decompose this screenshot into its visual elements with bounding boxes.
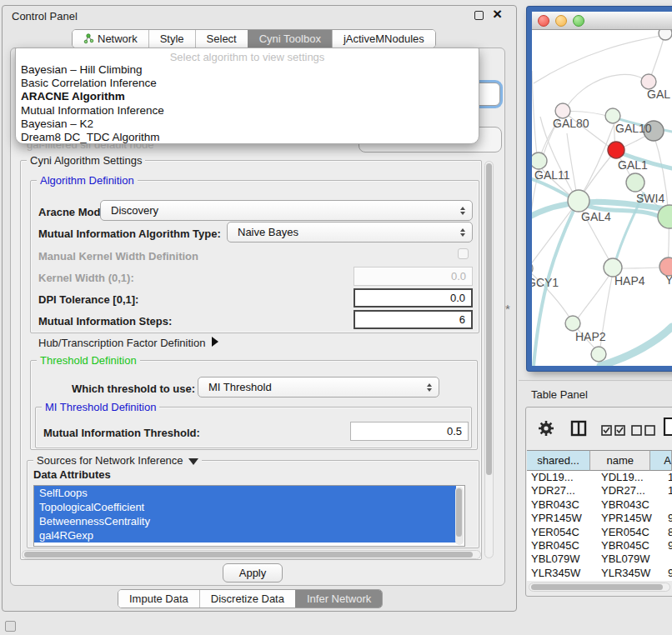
network-icon <box>83 33 94 44</box>
node-swi4[interactable] <box>626 173 644 192</box>
list-item[interactable]: BetweennessCentrality <box>34 514 456 528</box>
table-body[interactable]: YDL19...YDL19...13 YDR27...YDR27...12 YB… <box>527 471 672 581</box>
minimize-traffic-light-icon[interactable] <box>555 15 567 27</box>
desktop: Control Panel × Network Style Select Cyn… <box>0 0 672 635</box>
node-gal1[interactable] <box>608 142 624 158</box>
table-row[interactable]: YER054CYER054C8. <box>527 526 672 539</box>
split-columns-icon[interactable] <box>570 420 587 440</box>
network-graph: GAL80 GAL10 GAL1 GAL11 SWI4 GAL4 GCY1 HA… <box>532 30 672 366</box>
network-window-titlebar[interactable] <box>532 12 672 30</box>
table-horizontal-scrollbar[interactable] <box>529 582 670 592</box>
dropdown-item-dream8[interactable]: Dream8 DC_TDC Algorithm <box>16 131 479 144</box>
table-row[interactable]: YDL19...YDL19...13 <box>527 471 672 484</box>
mi-type-label: Mutual Information Algorithm Type: <box>38 228 221 240</box>
gear-icon[interactable] <box>537 419 555 441</box>
list-item[interactable]: TopologicalCoefficient <box>34 500 456 514</box>
settings-vertical-scrollbar[interactable] <box>484 161 494 558</box>
combo-arrows-icon <box>460 207 465 215</box>
tab-style[interactable]: Style <box>148 30 195 48</box>
mi-steps-field[interactable]: 6 <box>354 310 473 329</box>
tab-discretize-data[interactable]: Discretize Data <box>199 590 295 608</box>
dropdown-item-bayesian-k2[interactable]: Bayesian – K2 <box>16 118 479 131</box>
manual-kernel-label: Manual Kernel Width Definition <box>38 250 198 262</box>
table-row[interactable]: YIL052CYIL052C8. <box>527 580 672 581</box>
bottom-tab-bar: Impute Data Discretize Data Infer Networ… <box>118 589 383 608</box>
tab-network[interactable]: Network <box>73 30 148 48</box>
node-partial-bottom[interactable] <box>591 347 606 362</box>
unchecked-checkboxes-icon[interactable] <box>631 424 656 439</box>
document-icon[interactable] <box>663 417 672 440</box>
tab-impute-data[interactable]: Impute Data <box>118 590 199 608</box>
aracne-mode-combobox[interactable]: Discovery <box>100 200 473 221</box>
network-canvas[interactable]: GAL80 GAL10 GAL1 GAL11 SWI4 GAL4 GCY1 HA… <box>532 30 672 366</box>
node-gcy1[interactable] <box>532 262 533 275</box>
node-partial-top[interactable] <box>659 30 672 40</box>
settings-horizontal-scrollbar[interactable] <box>22 550 481 559</box>
manual-kernel-checkbox[interactable] <box>458 248 469 259</box>
close-icon[interactable]: × <box>493 5 502 23</box>
dropdown-hint: Select algorithm to view settings <box>16 48 479 63</box>
node-label: GCY1 <box>532 276 559 289</box>
control-panel-title: Control Panel <box>12 10 78 22</box>
threshold-definition-title: Threshold Definition <box>37 354 140 367</box>
cursor-mark: * <box>505 302 510 316</box>
mi-type-combobox[interactable]: Naive Bayes <box>227 222 473 242</box>
close-traffic-light-icon[interactable] <box>538 15 549 27</box>
dropdown-item-mutual-information[interactable]: Mutual Information Inference <box>16 104 479 118</box>
list-item[interactable]: gal4RGexp <box>34 528 456 542</box>
sources-group-title[interactable]: Sources for Network Inference <box>33 454 202 467</box>
tab-select[interactable]: Select <box>195 30 248 48</box>
dropdown-item-aracne[interactable]: ARACNE Algorithm <box>16 90 479 103</box>
kernel-width-label: Kernel Width (0,1): <box>38 272 134 284</box>
node-label: SWI4 <box>636 192 664 205</box>
list-scrollbar[interactable] <box>455 487 464 545</box>
column-header-shared-name[interactable]: shared... <box>527 450 590 471</box>
node-label: GAL1 <box>618 158 648 172</box>
dpi-tolerance-label: DPI Tolerance [0,1]: <box>38 293 138 306</box>
tab-jactivemnodules[interactable]: jActiveMNodules <box>332 30 435 48</box>
table-row[interactable]: YBR045CYBR045C9. <box>527 539 672 552</box>
collapse-down-icon <box>188 458 198 465</box>
list-item[interactable]: SelfLoops <box>34 486 456 500</box>
tab-network-label: Network <box>98 32 138 45</box>
tab-infer-network[interactable]: Infer Network <box>295 590 382 608</box>
node-gal11[interactable] <box>532 152 547 169</box>
column-header-name[interactable]: name <box>590 450 650 471</box>
table-row[interactable]: YPR145WYPR145W9. <box>527 512 672 525</box>
data-attributes-list[interactable]: SelfLoops TopologicalCoefficient Between… <box>33 485 465 547</box>
apply-button[interactable]: Apply <box>223 563 283 582</box>
tab-cyni-toolbox[interactable]: Cyni Toolbox <box>248 30 332 48</box>
table-row[interactable]: YLR345WYLR345W9. <box>527 567 672 580</box>
node-label: GAL80 <box>553 117 589 130</box>
algorithm-dropdown-popup: Select algorithm to view settings Bayesi… <box>15 48 479 144</box>
kernel-width-field[interactable]: 0.0 <box>354 267 473 286</box>
divider <box>519 380 672 381</box>
node-label: GAL4 <box>581 210 611 223</box>
which-threshold-combobox[interactable]: MI Threshold <box>198 377 439 398</box>
mi-threshold-label: Mutual Information Threshold: <box>43 427 200 439</box>
dpi-tolerance-field[interactable]: 0.0 <box>354 288 473 308</box>
dropdown-item-basic-correlation[interactable]: Basic Correlation Inference <box>16 77 479 90</box>
table-row[interactable]: YDR27...YDR27...12 <box>527 484 672 498</box>
minimized-panel-icon[interactable] <box>5 621 16 632</box>
table-panel-title: Table Panel <box>531 388 588 401</box>
top-tab-bar: Network Style Select Cyni Toolbox jActiv… <box>72 29 436 48</box>
zoom-traffic-light-icon[interactable] <box>573 15 584 27</box>
node-hap2[interactable] <box>565 316 580 331</box>
column-header-partial[interactable]: A <box>650 450 672 471</box>
checked-checkboxes-icon[interactable] <box>601 424 626 439</box>
table-row[interactable]: YBR043CYBR043C <box>527 498 672 512</box>
combo-arrows-icon <box>460 228 465 237</box>
dropdown-item-bayesian-hill[interactable]: Bayesian – Hill Climbing <box>16 63 479 77</box>
float-window-icon[interactable] <box>474 11 484 20</box>
data-attributes-label: Data Attributes <box>33 468 111 481</box>
node-label: GAL10 <box>615 122 652 135</box>
node-label: HAP4 <box>614 274 645 288</box>
node-label: GAL11 <box>534 168 570 182</box>
mi-threshold-field[interactable]: 0.5 <box>350 422 469 441</box>
table-row[interactable]: YBL079WYBL079W <box>527 552 672 566</box>
node-gal4[interactable] <box>568 190 589 212</box>
expand-right-icon <box>212 337 218 347</box>
table-header: shared... name A <box>527 450 672 471</box>
hub-definition-toggle[interactable]: Hub/Transcription Factor Definition <box>38 337 218 349</box>
